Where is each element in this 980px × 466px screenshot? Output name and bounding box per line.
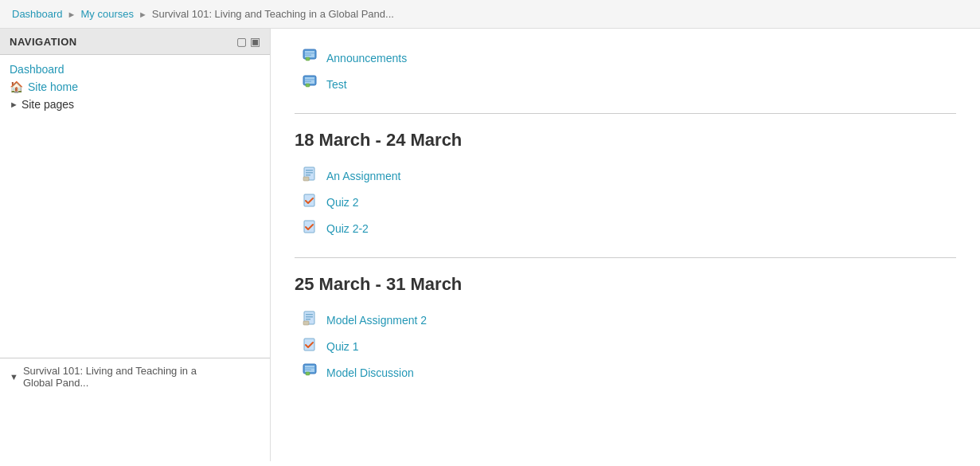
sidebar-header-icons: ▢ ▣ bbox=[236, 35, 260, 48]
sidebar-nav: Dashboard 🏠 Site home ► Site pages bbox=[0, 55, 270, 119]
quiz1-link[interactable]: Quiz 1 bbox=[326, 340, 358, 353]
list-item: Quiz 2 bbox=[303, 189, 956, 215]
section-week2: 25 March - 31 March Model Assignment 2 bbox=[295, 274, 956, 386]
svg-rect-13 bbox=[306, 174, 310, 176]
svg-rect-20 bbox=[306, 319, 310, 320]
svg-rect-7 bbox=[305, 79, 314, 80]
sitepages-arrow[interactable]: ► bbox=[10, 100, 18, 109]
breadcrumb: Dashboard ► My courses ► Survival 101: L… bbox=[0, 0, 980, 29]
sidebar-bottom-text: Survival 101: Living and Teaching in aGl… bbox=[23, 365, 197, 389]
quiz-icon bbox=[303, 193, 318, 211]
sidebar-bottom-arrow[interactable]: ▼ bbox=[10, 372, 18, 382]
quiz1-icon bbox=[303, 337, 318, 355]
sidebar-header: NAVIGATION ▢ ▣ bbox=[0, 29, 270, 55]
home-icon: 🏠 bbox=[10, 80, 23, 93]
layout: NAVIGATION ▢ ▣ Dashboard 🏠 Site home ► S… bbox=[0, 29, 980, 461]
svg-rect-21 bbox=[303, 321, 309, 325]
breadcrumb-sep-1: ► bbox=[68, 10, 76, 19]
svg-rect-9 bbox=[306, 84, 310, 87]
sidebar-item-sitehome: 🏠 Site home bbox=[10, 77, 260, 96]
week1-heading: 18 March - 24 March bbox=[295, 130, 956, 151]
sidebar-collapse-icon[interactable]: ▢ bbox=[236, 35, 247, 48]
list-item: Announcements bbox=[303, 45, 956, 71]
sidebar-expand-icon[interactable]: ▣ bbox=[250, 35, 260, 48]
forum-icon bbox=[303, 49, 318, 67]
sidebar: NAVIGATION ▢ ▣ Dashboard 🏠 Site home ► S… bbox=[0, 29, 271, 461]
svg-rect-4 bbox=[306, 57, 310, 61]
section-week1-items: An Assignment Quiz 2 bbox=[303, 163, 956, 241]
main-content: Announcements Test 18 March - 24 March bbox=[271, 29, 980, 461]
svg-rect-24 bbox=[305, 366, 314, 372]
sidebar-item-sitepages: ► Site pages bbox=[10, 96, 260, 112]
sitepages-label: Site pages bbox=[21, 98, 74, 111]
svg-rect-11 bbox=[306, 170, 313, 171]
sidebar-bottom: ▼ Survival 101: Living and Teaching in a… bbox=[0, 358, 270, 395]
section-week2-items: Model Assignment 2 Quiz 1 bbox=[303, 307, 956, 386]
an-assignment-link[interactable]: An Assignment bbox=[326, 170, 400, 182]
sidebar-empty bbox=[0, 119, 270, 358]
svg-rect-14 bbox=[303, 177, 309, 181]
week2-heading: 25 March - 31 March bbox=[295, 274, 956, 295]
list-item: Quiz 2-2 bbox=[303, 215, 956, 241]
breadcrumb-current: Survival 101: Living and Teaching in a G… bbox=[152, 8, 394, 20]
svg-rect-25 bbox=[305, 367, 314, 369]
forum-icon-test bbox=[303, 75, 318, 93]
list-item: Test bbox=[303, 71, 956, 97]
quiz2-2-link[interactable]: Quiz 2-2 bbox=[326, 222, 369, 235]
sidebar-item-dashboard[interactable]: Dashboard bbox=[10, 61, 260, 77]
section-divider-1 bbox=[295, 113, 956, 114]
quiz2-link[interactable]: Quiz 2 bbox=[326, 196, 358, 209]
list-item: An Assignment bbox=[303, 163, 956, 189]
svg-rect-19 bbox=[306, 316, 313, 318]
svg-rect-27 bbox=[306, 372, 310, 375]
svg-rect-26 bbox=[305, 370, 311, 371]
svg-rect-1 bbox=[305, 51, 314, 57]
assignment2-icon bbox=[303, 311, 318, 329]
svg-rect-8 bbox=[305, 81, 311, 83]
model-discussion-link[interactable]: Model Discussion bbox=[326, 366, 414, 379]
svg-rect-2 bbox=[305, 53, 314, 54]
svg-rect-12 bbox=[306, 172, 313, 174]
list-item: Model Discussion bbox=[303, 359, 956, 386]
sidebar-title: NAVIGATION bbox=[10, 36, 77, 48]
breadcrumb-mycourses[interactable]: My courses bbox=[81, 8, 134, 20]
quiz-icon-2 bbox=[303, 219, 318, 237]
model-assignment2-link[interactable]: Model Assignment 2 bbox=[326, 314, 427, 327]
forum-discussion-icon bbox=[303, 363, 318, 382]
breadcrumb-sep-2: ► bbox=[139, 10, 147, 19]
svg-rect-18 bbox=[306, 314, 313, 315]
announcements-link[interactable]: Announcements bbox=[326, 52, 407, 65]
section-intro: Announcements Test bbox=[303, 45, 956, 97]
section-week1: 18 March - 24 March An Assignment bbox=[295, 130, 956, 241]
section-divider-2 bbox=[295, 257, 956, 258]
breadcrumb-dashboard[interactable]: Dashboard bbox=[12, 8, 63, 20]
list-item: Quiz 1 bbox=[303, 333, 956, 359]
test-link[interactable]: Test bbox=[326, 78, 347, 91]
svg-rect-6 bbox=[305, 77, 314, 84]
svg-rect-3 bbox=[305, 55, 311, 57]
list-item: Model Assignment 2 bbox=[303, 307, 956, 333]
assignment-icon bbox=[303, 166, 318, 185]
